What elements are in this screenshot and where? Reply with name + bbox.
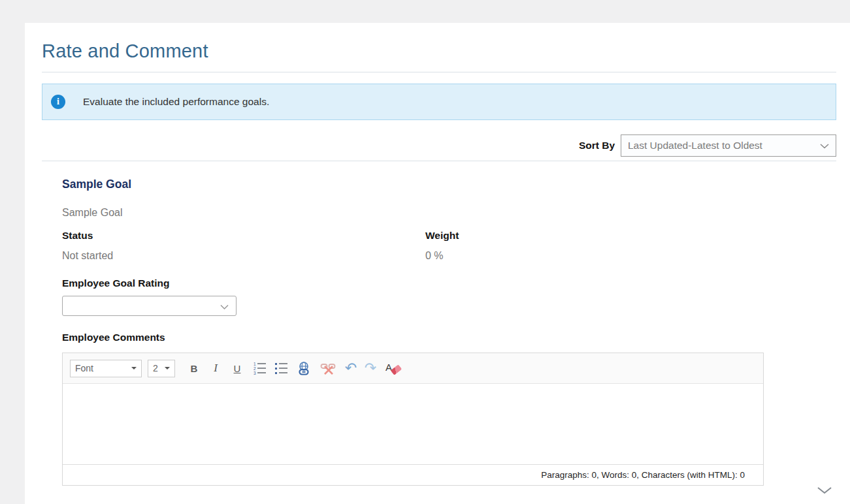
- bullet-list-button[interactable]: [275, 362, 287, 375]
- chevron-down-icon: [817, 486, 832, 494]
- chevron-down-icon: [220, 300, 229, 311]
- weight-label: Weight: [425, 230, 459, 242]
- link-globe-icon: [296, 361, 312, 376]
- sort-by-label: Sort By: [579, 140, 615, 151]
- page-title: Rate and Comment: [42, 40, 836, 62]
- info-icon: i: [51, 95, 65, 109]
- employee-goal-rating-label: Employee Goal Rating: [62, 277, 836, 289]
- font-size-dropdown[interactable]: 2: [148, 360, 175, 377]
- sort-by-dropdown[interactable]: Last Updated-Latest to Oldest: [621, 134, 836, 157]
- bold-button[interactable]: B: [187, 363, 201, 374]
- unlink-icon: [320, 361, 336, 375]
- sort-divider: [42, 161, 836, 161]
- remove-link-button[interactable]: [320, 361, 336, 375]
- goal-card: Sample Goal Sample Goal Status Not start…: [62, 178, 836, 486]
- bullet-list-icon: [275, 363, 277, 365]
- employee-comments-label: Employee Comments: [62, 332, 836, 343]
- status-value: Not started: [62, 250, 425, 262]
- sort-by-selected-value: Last Updated-Latest to Oldest: [628, 140, 762, 151]
- chevron-down-icon: [820, 140, 829, 151]
- font-family-value: Font: [75, 363, 93, 373]
- info-banner: i Evaluate the included performance goal…: [42, 84, 836, 120]
- rate-and-comment-panel: Rate and Comment i Evaluate the included…: [25, 23, 850, 504]
- weight-value: 0 %: [425, 250, 459, 262]
- word-count-text: Paragraphs: 0, Words: 0, Characters (wit…: [541, 470, 745, 480]
- goal-attributes: Status Not started Weight 0 %: [62, 230, 836, 262]
- goal-description: Sample Goal: [62, 207, 836, 219]
- redo-button[interactable]: ↷: [363, 362, 378, 375]
- status-label: Status: [62, 230, 425, 242]
- banner-message: Evaluate the included performance goals.: [83, 96, 269, 108]
- expand-chevron-button[interactable]: [817, 485, 832, 497]
- caret-down-icon: [165, 367, 170, 370]
- employee-goal-rating-dropdown[interactable]: [62, 296, 237, 316]
- editor-toolbar: Font 2 B I U 1 2 3: [63, 353, 763, 384]
- remove-formatting-button[interactable]: A: [385, 361, 402, 375]
- rich-text-editor: Font 2 B I U 1 2 3: [62, 353, 764, 486]
- editor-status-bar: Paragraphs: 0, Words: 0, Characters (wit…: [63, 464, 763, 485]
- comments-text-area[interactable]: [63, 384, 763, 464]
- goal-title: Sample Goal: [62, 178, 836, 191]
- italic-button[interactable]: I: [208, 362, 223, 375]
- title-divider: [42, 72, 836, 72]
- underline-button[interactable]: U: [230, 363, 244, 374]
- ordered-list-button[interactable]: 1 2 3: [253, 362, 266, 375]
- caret-down-icon: [131, 367, 137, 370]
- sort-row: Sort By Last Updated-Latest to Oldest: [42, 134, 836, 157]
- font-size-value: 2: [153, 363, 158, 373]
- font-family-dropdown[interactable]: Font: [70, 360, 142, 377]
- insert-link-button[interactable]: [296, 361, 312, 376]
- undo-button[interactable]: ↶: [344, 362, 358, 375]
